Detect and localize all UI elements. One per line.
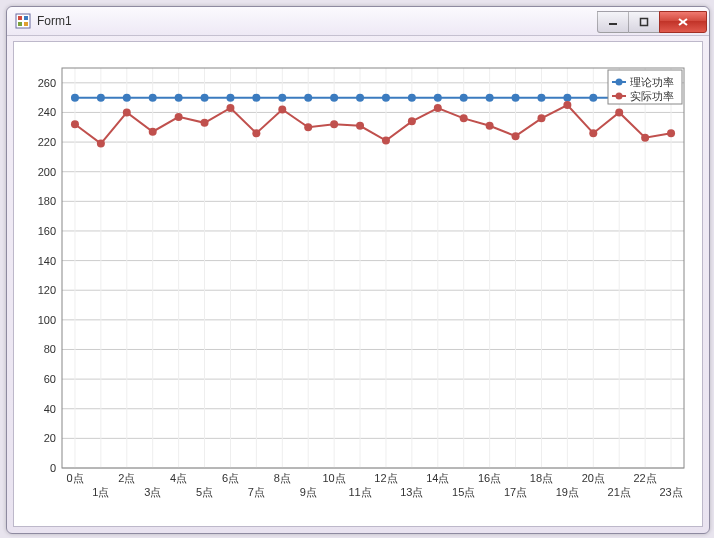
legend-swatch-marker bbox=[616, 93, 623, 100]
window-title: Form1 bbox=[37, 14, 598, 28]
series-point bbox=[667, 129, 675, 137]
series-point bbox=[226, 94, 234, 102]
svg-rect-2 bbox=[24, 16, 28, 20]
minimize-icon bbox=[608, 17, 618, 27]
window-controls bbox=[598, 11, 707, 31]
series-point bbox=[589, 129, 597, 137]
svg-rect-1 bbox=[18, 16, 22, 20]
x-tick-label: 0点 bbox=[66, 472, 83, 484]
x-tick-label: 13点 bbox=[400, 486, 423, 498]
legend-swatch-marker bbox=[616, 79, 623, 86]
legend-label: 理论功率 bbox=[630, 76, 674, 88]
app-icon bbox=[15, 13, 31, 29]
svg-rect-3 bbox=[18, 22, 22, 26]
series-point bbox=[382, 137, 390, 145]
series-point bbox=[71, 94, 79, 102]
series-point bbox=[149, 94, 157, 102]
chart: 0204060801001201401601802002202402600点1点… bbox=[24, 52, 692, 516]
y-tick-label: 140 bbox=[38, 255, 56, 267]
maximize-icon bbox=[639, 17, 649, 27]
x-tick-label: 1点 bbox=[92, 486, 109, 498]
x-tick-label: 17点 bbox=[504, 486, 527, 498]
series-point bbox=[330, 120, 338, 128]
minimize-button[interactable] bbox=[597, 11, 629, 33]
series-point bbox=[589, 94, 597, 102]
series-point bbox=[512, 94, 520, 102]
plot-border bbox=[62, 68, 684, 468]
series-point bbox=[252, 129, 260, 137]
series-point bbox=[278, 94, 286, 102]
series-point bbox=[434, 94, 442, 102]
y-tick-label: 260 bbox=[38, 77, 56, 89]
x-tick-label: 8点 bbox=[274, 472, 291, 484]
series-point bbox=[304, 123, 312, 131]
series-point bbox=[382, 94, 390, 102]
chart-svg: 0204060801001201401601802002202402600点1点… bbox=[24, 52, 692, 518]
x-tick-label: 7点 bbox=[248, 486, 265, 498]
series-point bbox=[175, 94, 183, 102]
y-tick-label: 20 bbox=[44, 432, 56, 444]
x-tick-label: 15点 bbox=[452, 486, 475, 498]
series-point bbox=[97, 94, 105, 102]
series-point bbox=[149, 128, 157, 136]
series-point bbox=[537, 114, 545, 122]
series-point bbox=[123, 108, 131, 116]
series-point bbox=[460, 94, 468, 102]
series-point bbox=[356, 94, 364, 102]
y-tick-label: 60 bbox=[44, 373, 56, 385]
series-point bbox=[278, 105, 286, 113]
y-tick-label: 240 bbox=[38, 106, 56, 118]
series-point bbox=[252, 94, 260, 102]
y-tick-label: 120 bbox=[38, 284, 56, 296]
y-tick-label: 80 bbox=[44, 343, 56, 355]
x-tick-label: 18点 bbox=[530, 472, 553, 484]
series-point bbox=[201, 94, 209, 102]
series-point bbox=[563, 101, 571, 109]
series-point bbox=[330, 94, 338, 102]
x-tick-label: 10点 bbox=[323, 472, 346, 484]
x-tick-label: 2点 bbox=[118, 472, 135, 484]
y-tick-label: 220 bbox=[38, 136, 56, 148]
x-tick-label: 6点 bbox=[222, 472, 239, 484]
svg-rect-4 bbox=[24, 22, 28, 26]
series-point bbox=[356, 122, 364, 130]
app-window: Form1 0204060801001201401601802002202402… bbox=[6, 6, 710, 534]
x-tick-label: 23点 bbox=[659, 486, 682, 498]
maximize-button[interactable] bbox=[628, 11, 660, 33]
close-button[interactable] bbox=[659, 11, 707, 33]
series-point bbox=[97, 140, 105, 148]
series-point bbox=[201, 119, 209, 127]
series-point bbox=[175, 113, 183, 121]
series-point bbox=[486, 94, 494, 102]
series-point bbox=[641, 134, 649, 142]
y-tick-label: 180 bbox=[38, 195, 56, 207]
x-tick-label: 9点 bbox=[300, 486, 317, 498]
series-point bbox=[123, 94, 131, 102]
y-tick-label: 40 bbox=[44, 403, 56, 415]
series-point bbox=[512, 132, 520, 140]
titlebar[interactable]: Form1 bbox=[7, 7, 709, 36]
series-point bbox=[434, 104, 442, 112]
client-area: 0204060801001201401601802002202402600点1点… bbox=[13, 41, 703, 527]
x-tick-label: 12点 bbox=[374, 472, 397, 484]
x-tick-label: 19点 bbox=[556, 486, 579, 498]
y-tick-label: 100 bbox=[38, 314, 56, 326]
series-point bbox=[226, 104, 234, 112]
series-point bbox=[408, 94, 416, 102]
series-point bbox=[408, 117, 416, 125]
x-tick-label: 11点 bbox=[348, 486, 371, 498]
x-tick-label: 22点 bbox=[634, 472, 657, 484]
series-point bbox=[537, 94, 545, 102]
close-icon bbox=[677, 17, 689, 27]
x-tick-label: 21点 bbox=[608, 486, 631, 498]
series-point bbox=[486, 122, 494, 130]
series-point bbox=[563, 94, 571, 102]
svg-rect-6 bbox=[641, 19, 648, 26]
series-point bbox=[460, 114, 468, 122]
x-tick-label: 20点 bbox=[582, 472, 605, 484]
series-line-1 bbox=[75, 105, 671, 144]
y-tick-label: 160 bbox=[38, 225, 56, 237]
series-point bbox=[71, 120, 79, 128]
x-tick-label: 5点 bbox=[196, 486, 213, 498]
x-tick-label: 14点 bbox=[426, 472, 449, 484]
